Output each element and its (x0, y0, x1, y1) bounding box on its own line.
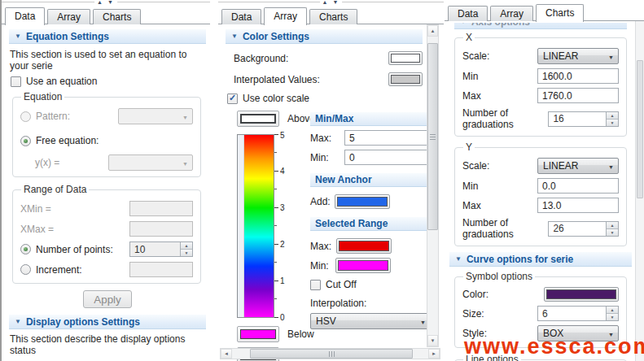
collapse-triangle-icon: ▼ (15, 33, 21, 40)
symbol-color-button[interactable] (544, 287, 619, 302)
radio-circle (20, 111, 31, 122)
x-max-label: Max (462, 90, 481, 102)
spinner-buttons[interactable]: ▲ ▼ (606, 307, 618, 320)
horizontal-scrollbar[interactable]: ◄ ► (220, 348, 440, 359)
check-icon: ✓ (229, 93, 236, 103)
interpolated-values-color-button[interactable] (388, 72, 423, 86)
field-value: 0.0 (542, 180, 556, 192)
tab-data[interactable]: Data (5, 7, 45, 25)
y-scale-dropdown[interactable]: LINEAR ▼ (537, 158, 619, 174)
above-color-button[interactable] (237, 111, 279, 127)
y-max-input[interactable]: 13.0 (537, 198, 619, 213)
y-min-input[interactable]: 0.0 (537, 178, 619, 194)
background-color-button[interactable] (388, 51, 423, 65)
symbol-size-spinner[interactable]: 6 ▲ ▼ (537, 306, 619, 321)
dropdown-arrow-icon: ▼ (420, 319, 426, 324)
scale-tick-label: 1 (280, 277, 285, 285)
pattern-radio[interactable]: Pattern: (20, 111, 70, 122)
max-label: Max: (310, 133, 331, 144)
scroll-left-icon[interactable]: ◄ (221, 349, 232, 359)
vertical-scrollbar[interactable] (635, 21, 644, 361)
scroll-right-icon[interactable]: ► (428, 349, 440, 359)
use-equation-checkbox[interactable]: Use an equation (11, 76, 206, 87)
tab-charts[interactable]: Charts (536, 4, 584, 22)
free-equation-radio-label: Free equation: (36, 135, 99, 146)
sash-collapse-arrows-icon[interactable]: ▲ ▼ (320, 0, 343, 6)
radio-circle (20, 264, 31, 275)
tab-array[interactable]: Array (47, 9, 90, 24)
scroll-down-icon[interactable]: ▼ (427, 335, 438, 346)
x-graduations-spinner[interactable]: 16 ▲ ▼ (548, 111, 619, 127)
equation-settings-section-header[interactable]: ▼ Equation Settings (9, 29, 206, 44)
spinner-buttons[interactable]: ▲ ▼ (606, 222, 618, 236)
spin-down-icon[interactable]: ▼ (181, 250, 192, 256)
y-max-label: Max (462, 200, 481, 211)
gradient-anchor-track[interactable] (238, 135, 244, 317)
color-settings-section-header[interactable]: ▼ Color Settings (226, 29, 423, 44)
tab-data[interactable]: Data (221, 9, 261, 24)
x-min-input[interactable]: 1600.0 (537, 68, 619, 84)
color-scale-gradient[interactable]: 5 4 3 2 1 0 (237, 134, 294, 318)
x-max-input[interactable]: 1760.0 (537, 88, 619, 103)
scrollbar-thumb[interactable] (637, 60, 643, 198)
axis-options-section-header-clipped[interactable]: ▼ Axis options (454, 23, 627, 30)
dropdown-arrow-icon: ▼ (608, 54, 614, 59)
number-of-points-spinner[interactable]: 10 ▲ ▼ (129, 241, 193, 257)
free-equation-radio[interactable]: Free equation: (20, 135, 99, 146)
y-graduations-spinner[interactable]: 26 ▲ ▼ (548, 221, 619, 237)
scale-min-input[interactable]: 0 (344, 150, 432, 165)
increment-radio[interactable]: Increment: (20, 264, 82, 276)
minmax-section-header: Min/Max (310, 112, 432, 126)
xmin-field[interactable] (129, 201, 193, 216)
curve-options-section-header[interactable]: ▼ Curve options for serie (449, 252, 632, 267)
use-color-scale-checkbox[interactable]: ✓ Use color scale (227, 93, 444, 104)
add-anchor-color-button[interactable] (335, 194, 390, 209)
xmax-field[interactable] (129, 221, 193, 237)
hsv-gradient[interactable] (244, 135, 274, 317)
spinner-buttons[interactable]: ▲ ▼ (180, 242, 192, 256)
selected-range-section-header: Selected Range (310, 217, 432, 231)
tab-array[interactable]: Array (490, 6, 533, 21)
scrollbar-thumb[interactable] (427, 43, 438, 230)
pattern-dropdown[interactable]: ▼ (118, 108, 193, 124)
spin-up-icon[interactable]: ▲ (181, 242, 192, 250)
range-group-title: Range of Data (21, 184, 89, 195)
sash-collapse-arrows-icon[interactable]: ▲ ▼ (94, 0, 117, 6)
spin-down-icon[interactable]: ▼ (607, 120, 618, 126)
range-max-color-button[interactable] (336, 238, 392, 254)
scrollbar-thumb[interactable] (250, 349, 413, 359)
number-of-points-radio[interactable]: Number of points: (20, 244, 113, 255)
dropdown-value: LINEAR (543, 160, 578, 172)
tab-data[interactable]: Data (448, 6, 488, 21)
vertical-scrollbar[interactable]: ▲ ▼ (427, 24, 439, 347)
x-group-title: X (463, 32, 475, 43)
gradient-bar[interactable] (237, 134, 274, 318)
tab-array[interactable]: Array (264, 7, 307, 25)
scrollbar-track[interactable] (232, 349, 428, 359)
increment-field[interactable] (129, 262, 193, 277)
apply-button[interactable]: Apply (83, 290, 131, 308)
spin-down-icon[interactable]: ▼ (607, 314, 618, 320)
scale-max-input[interactable]: 5 (344, 130, 432, 146)
spin-down-icon[interactable]: ▼ (607, 229, 618, 236)
spin-up-icon[interactable]: ▲ (607, 307, 618, 314)
spinner-buttons[interactable]: ▲ ▼ (606, 112, 618, 126)
tab-charts[interactable]: Charts (93, 9, 141, 24)
increment-label: Increment: (36, 264, 82, 276)
scrollbar-track[interactable] (427, 37, 438, 335)
y-group-title: Y (463, 141, 475, 153)
symbol-style-dropdown[interactable]: BOX ▼ (537, 325, 619, 341)
spin-up-icon[interactable]: ▲ (607, 222, 618, 229)
tab-charts[interactable]: Charts (309, 9, 357, 24)
cut-off-checkbox[interactable]: Cut Off (310, 279, 432, 290)
display-options-section-header[interactable]: ▼ Display options Settings (9, 315, 206, 329)
free-equation-dropdown[interactable]: ▼ (108, 154, 193, 171)
interpolation-dropdown[interactable]: HSV ▼ (310, 313, 431, 329)
range-max-color-swatch (339, 241, 389, 251)
x-scale-dropdown[interactable]: LINEAR ▼ (537, 48, 619, 64)
range-min-color-button[interactable] (335, 258, 391, 273)
dropdown-arrow-icon: ▼ (182, 160, 188, 166)
spin-up-icon[interactable]: ▲ (607, 112, 618, 120)
below-color-button[interactable] (237, 326, 279, 342)
scroll-up-icon[interactable]: ▲ (427, 25, 438, 37)
